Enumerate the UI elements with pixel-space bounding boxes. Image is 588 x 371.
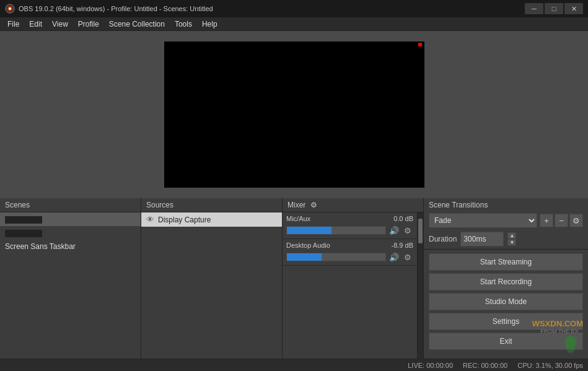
mixer-mic-name: Mic/Aux [286, 215, 310, 222]
start-recording-button[interactable]: Start Recording [429, 273, 583, 290]
statusbar: LIVE: 00:00:00 REC: 00:00:00 CPU: 3.1%, … [0, 359, 588, 371]
transition-remove-button[interactable]: − [555, 214, 568, 227]
menu-profile[interactable]: Profile [73, 17, 104, 31]
duration-label: Duration [429, 235, 457, 243]
transitions-area: Scene Transitions Fade Cut Swipe Slide +… [424, 198, 588, 250]
mixer-mic-settings-button[interactable]: ⚙ [402, 225, 413, 236]
scene-label-3: Screen Sans Taskbar [5, 242, 76, 251]
mixer-desktop-fader: 🔊 ⚙ [286, 251, 413, 263]
sources-label: Sources [146, 201, 173, 209]
mixer-mic-db: 0.0 dB [393, 215, 413, 222]
studio-mode-button[interactable]: Studio Mode [429, 293, 583, 310]
watermark-subtitle: FROM THE EX... [489, 328, 588, 334]
menu-scene-collection[interactable]: Scene Collection [104, 17, 170, 31]
mixer-panel: Mixer ⚙ Mic/Aux 0.0 dB 🔊 ⚙ [283, 198, 424, 371]
mixer-desktop-header: Desktop Audio -8.9 dB [286, 242, 413, 249]
duration-up-button[interactable]: ▲ [507, 232, 516, 239]
menu-view[interactable]: View [47, 17, 73, 31]
menu-file[interactable]: File [2, 17, 24, 31]
titlebar-controls: ─ □ ✕ [525, 3, 583, 14]
source-label-1: Display Capture [158, 216, 211, 224]
menu-edit[interactable]: Edit [24, 17, 47, 31]
menu-tools[interactable]: Tools [170, 17, 197, 31]
transitions-dropdown[interactable]: Fade Cut Swipe Slide [429, 213, 537, 228]
rec-time: 00:00:00 [481, 362, 507, 369]
scenes-panel: Scenes Screen Sans Taskbar + − ∧ ∨ [0, 198, 141, 371]
transitions-row: Fade Cut Swipe Slide + − ⚙ [429, 213, 583, 228]
mixer-channel-desktop: Desktop Audio -8.9 dB 🔊 ⚙ [283, 239, 417, 266]
mixer-desktop-settings-button[interactable]: ⚙ [402, 251, 413, 263]
menu-help[interactable]: Help [197, 17, 222, 31]
transitions-buttons: + − ⚙ [540, 214, 583, 227]
transitions-header: Scene Transitions [429, 201, 583, 209]
mixer-body: Mic/Aux 0.0 dB 🔊 ⚙ Desktop Audio [283, 212, 423, 371]
mixer-desktop-mute-button[interactable]: 🔊 [388, 251, 400, 263]
scenes-label: Scenes [5, 201, 30, 209]
sources-header: Sources [141, 198, 282, 212]
duration-input[interactable] [460, 232, 504, 247]
mixer-header: Mixer ⚙ [283, 198, 423, 212]
source-item-1[interactable]: 👁 Display Capture [141, 212, 282, 227]
duration-arrows: ▲ ▼ [507, 232, 516, 246]
mixer-desktop-name: Desktop Audio [286, 242, 330, 249]
cpu-status: CPU: 3.1%, 30.00 fps [517, 362, 583, 369]
duration-down-button[interactable]: ▼ [507, 239, 516, 246]
close-button[interactable]: ✕ [564, 3, 583, 14]
mixer-mic-mute-button[interactable]: 🔊 [388, 225, 400, 236]
mixer-desktop-bar[interactable] [286, 253, 386, 261]
scenes-header: Scenes [0, 198, 141, 212]
sources-list: 👁 Display Capture [141, 212, 282, 365]
scene-item-1[interactable] [0, 212, 141, 226]
preview-container [0, 31, 588, 198]
scenes-list: Screen Sans Taskbar [0, 212, 141, 365]
mixer-desktop-db: -8.9 dB [392, 242, 413, 249]
mixer-scrollbar[interactable] [417, 212, 423, 371]
titlebar: OBS 19.0.2 (64bit, windows) - Profile: U… [0, 0, 588, 17]
mixer-channel-mic: Mic/Aux 0.0 dB 🔊 ⚙ [283, 212, 417, 239]
eye-icon: 👁 [146, 215, 154, 224]
rec-label: REC: [463, 362, 479, 369]
scene-item-2[interactable] [0, 226, 141, 240]
titlebar-left: OBS 19.0.2 (64bit, windows) - Profile: U… [5, 4, 213, 14]
watermark: WSXDN.COM FROM THE EX... [489, 319, 588, 356]
watermark-brand: WSXDN.COM [489, 319, 588, 328]
scene-block-2 [5, 230, 42, 237]
transition-settings-button[interactable]: ⚙ [569, 214, 583, 227]
obs-icon [5, 4, 15, 14]
mixer-scroll-thumb [418, 219, 423, 243]
scene-block-1 [5, 216, 42, 224]
menubar: File Edit View Profile Scene Collection … [0, 17, 588, 31]
maximize-button[interactable]: □ [545, 3, 563, 14]
titlebar-title: OBS 19.0.2 (64bit, windows) - Profile: U… [19, 5, 213, 12]
mixer-channels: Mic/Aux 0.0 dB 🔊 ⚙ Desktop Audio [283, 212, 417, 371]
wsxdn-logo [489, 334, 588, 353]
svg-point-4 [566, 338, 576, 353]
mixer-gear-icon[interactable]: ⚙ [310, 201, 317, 209]
mixer-mic-fill [287, 227, 331, 234]
duration-row: Duration ▲ ▼ [429, 232, 583, 247]
live-label: LIVE: [408, 362, 424, 369]
sources-panel: Sources 👁 Display Capture + − ⚙ ∧ ∨ [141, 198, 283, 371]
mixer-desktop-fill [287, 253, 322, 261]
preview-canvas [164, 41, 424, 188]
minimize-button[interactable]: ─ [525, 3, 543, 14]
start-streaming-button[interactable]: Start Streaming [429, 253, 583, 271]
scene-item-3[interactable]: Screen Sans Taskbar [0, 240, 141, 253]
mixer-label: Mixer [287, 201, 305, 209]
live-time: 00:00:00 [426, 362, 453, 369]
transitions-label: Scene Transitions [429, 201, 488, 209]
preview-indicator [418, 43, 422, 46]
transition-add-button[interactable]: + [540, 214, 553, 227]
svg-point-2 [9, 7, 11, 10]
mixer-mic-header: Mic/Aux 0.0 dB [286, 215, 413, 222]
rec-status: REC: 00:00:00 [463, 362, 507, 369]
mixer-mic-bar[interactable] [286, 226, 386, 235]
live-status: LIVE: 00:00:00 [408, 362, 453, 369]
mixer-mic-fader: 🔊 ⚙ [286, 225, 413, 236]
